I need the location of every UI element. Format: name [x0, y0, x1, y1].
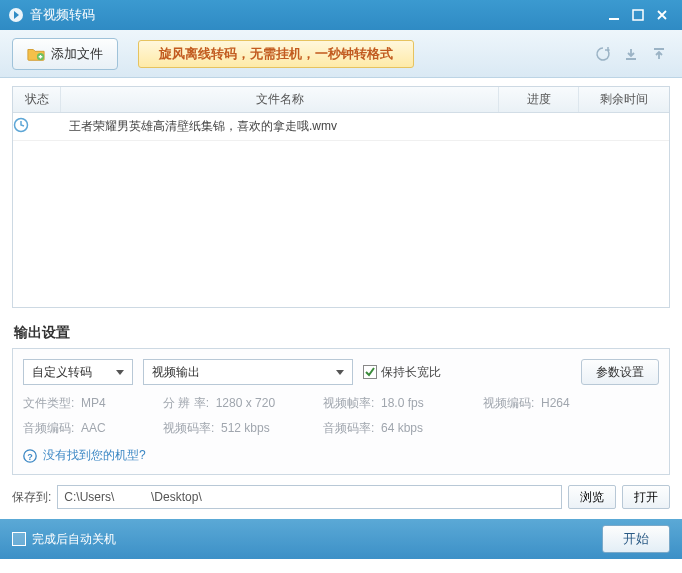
col-progress[interactable]: 进度	[499, 87, 579, 112]
save-label: 保存到:	[12, 489, 51, 506]
video-output-select[interactable]: 视频输出	[143, 359, 353, 385]
footer: 完成后自动关机 开始	[0, 519, 682, 559]
maximize-button[interactable]	[626, 6, 650, 24]
refresh-icon[interactable]	[592, 43, 614, 65]
window-title: 音视频转码	[30, 6, 95, 24]
browse-button[interactable]: 浏览	[568, 485, 616, 509]
svg-rect-2	[633, 10, 643, 20]
chevron-down-icon	[336, 370, 344, 375]
keep-ratio-checkbox[interactable]: 保持长宽比	[363, 364, 441, 381]
shutdown-checkbox[interactable]	[12, 532, 26, 546]
keep-ratio-label: 保持长宽比	[381, 364, 441, 381]
video-output-value: 视频输出	[152, 364, 200, 381]
row-filename: 王者荣耀男英雄高清壁纸集锦，喜欢的拿走哦.wmv	[61, 118, 499, 135]
banner-text: 旋风离线转码，无需挂机，一秒钟转格式	[159, 45, 393, 63]
toolbar: 添加文件 旋风离线转码，无需挂机，一秒钟转格式	[0, 30, 682, 78]
promo-banner[interactable]: 旋风离线转码，无需挂机，一秒钟转格式	[138, 40, 414, 68]
preset-select[interactable]: 自定义转码	[23, 359, 133, 385]
folder-add-icon	[27, 46, 45, 62]
param-settings-button[interactable]: 参数设置	[581, 359, 659, 385]
col-filename[interactable]: 文件名称	[61, 87, 499, 112]
question-icon: ?	[23, 449, 37, 463]
preset-value: 自定义转码	[32, 364, 92, 381]
row-status	[13, 117, 61, 136]
save-row: 保存到: 浏览 打开	[12, 485, 670, 509]
download-icon[interactable]	[620, 43, 642, 65]
open-button[interactable]: 打开	[622, 485, 670, 509]
list-row[interactable]: 王者荣耀男英雄高清壁纸集锦，喜欢的拿走哦.wmv	[13, 113, 669, 141]
help-link[interactable]: ? 没有找到您的机型?	[23, 447, 659, 464]
col-remain[interactable]: 剩余时间	[579, 87, 669, 112]
save-path-input[interactable]	[57, 485, 562, 509]
app-icon	[8, 7, 24, 23]
chevron-down-icon	[116, 370, 124, 375]
titlebar: 音视频转码	[0, 0, 682, 30]
help-text: 没有找到您的机型?	[43, 447, 146, 464]
col-status[interactable]: 状态	[13, 87, 61, 112]
svg-rect-1	[609, 18, 619, 20]
start-button[interactable]: 开始	[602, 525, 670, 553]
checkbox-icon	[363, 365, 377, 379]
upload-icon[interactable]	[648, 43, 670, 65]
minimize-button[interactable]	[602, 6, 626, 24]
file-list: 状态 文件名称 进度 剩余时间 王者荣耀男英雄高清壁纸集锦，喜欢的拿走哦.wmv	[12, 86, 670, 308]
add-file-label: 添加文件	[51, 45, 103, 63]
list-header: 状态 文件名称 进度 剩余时间	[13, 87, 669, 113]
output-panel: 自定义转码 视频输出 保持长宽比 参数设置 文件类型: MP4 分 辨 率: 1…	[12, 348, 670, 475]
svg-text:?: ?	[27, 451, 33, 461]
close-button[interactable]	[650, 6, 674, 24]
output-info: 文件类型: MP4 分 辨 率: 1280 x 720 视频帧率: 18.0 f…	[23, 395, 659, 437]
add-file-button[interactable]: 添加文件	[12, 38, 118, 70]
shutdown-label: 完成后自动关机	[32, 531, 116, 548]
clock-icon	[13, 117, 29, 133]
output-section-title: 输出设置	[0, 316, 682, 348]
